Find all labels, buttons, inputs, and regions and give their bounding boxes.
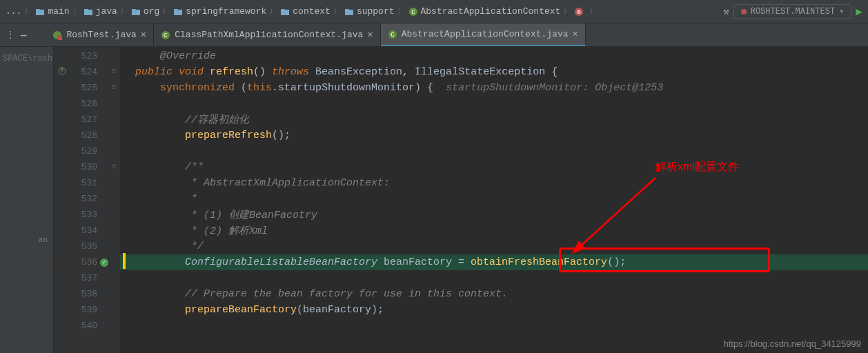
code-token: (beanFactory);: [297, 304, 384, 316]
code-token: throws: [272, 66, 315, 78]
code-token: * AbstractXmlApplicationContext:: [185, 177, 390, 189]
code-line[interactable]: ConfigurableListableBeanFactory beanFact…: [110, 254, 868, 270]
code-line[interactable]: public void refresh() throws BeansExcept…: [110, 64, 868, 80]
tab-label: RoshTest.java: [66, 30, 136, 40]
code-line[interactable]: * (1) 创建BeanFacotry: [110, 207, 868, 223]
code-line[interactable]: [110, 270, 868, 286]
breadcrumb-item[interactable]: main: [35, 6, 69, 17]
code-token: prepareBeanFactory: [185, 304, 297, 316]
code-line[interactable]: */: [110, 239, 868, 254]
editor-tab[interactable]: RoshTest.java×: [46, 23, 154, 46]
breadcrumb-label: org: [144, 6, 159, 17]
folder-icon: [35, 7, 45, 17]
breadcrumb-item[interactable]: java: [83, 6, 117, 17]
fold-handle-icon[interactable]: ⊟: [112, 67, 116, 75]
close-icon[interactable]: ×: [573, 29, 578, 40]
more-icon[interactable]: ⋮: [6, 29, 15, 41]
run-config-selector[interactable]: ROSHTEST.MAINTEST ▾: [733, 4, 852, 19]
editor-code-area[interactable]: ⊟⊟⊟ 解析xml配置文件 @Override public void refr…: [110, 47, 868, 353]
gutter-line[interactable]: 533: [54, 207, 110, 223]
gutter-line[interactable]: 526: [54, 96, 110, 112]
code-token: [123, 130, 185, 141]
breadcrumb-item[interactable]: org: [131, 6, 159, 17]
code-token: [123, 304, 185, 316]
code-token: @Override: [123, 50, 216, 62]
gutter-line[interactable]: 536✓: [54, 254, 110, 270]
breadcrumb-sep: 〉: [24, 6, 32, 17]
code-line[interactable]: prepareBeanFactory(beanFactory);: [110, 302, 868, 318]
gutter-line[interactable]: 523: [54, 48, 110, 64]
breadcrumb-item[interactable]: springframework: [173, 6, 266, 17]
gutter-line[interactable]: 538: [54, 286, 110, 302]
gutter-line[interactable]: 532: [54, 191, 110, 207]
watermark: https://blog.csdn.net/qq_34125999: [724, 339, 862, 349]
fold-handle-icon[interactable]: ⊟: [112, 162, 116, 170]
code-line[interactable]: synchronized (this.startupShutdownMonito…: [110, 80, 868, 96]
code-token: (: [241, 82, 247, 94]
code-token: [123, 114, 185, 125]
code-token: * (2) 解析Xml: [185, 224, 268, 237]
code-line[interactable]: //容器初始化: [110, 112, 868, 128]
breadcrumb-item[interactable]: context: [280, 6, 331, 17]
collapse-icon[interactable]: —: [21, 30, 26, 41]
code-line[interactable]: * AbstractXmlApplicationContext:: [110, 175, 868, 191]
chevron-right-icon: 〉: [333, 6, 342, 17]
gutter-line[interactable]: 540: [54, 318, 110, 334]
breadcrumb: ... 〉 main〉java〉org〉springframework〉cont…: [6, 6, 723, 17]
project-fragment-2: an: [3, 236, 50, 244]
code-token: [123, 177, 185, 189]
code-line[interactable]: [110, 318, 868, 334]
code-token: [123, 66, 135, 78]
code-token: public void: [135, 66, 210, 78]
code-token: ();: [272, 130, 290, 141]
close-icon[interactable]: ×: [367, 30, 373, 41]
breakpoint-check-icon[interactable]: ✓: [100, 259, 108, 267]
code-line[interactable]: /**: [110, 159, 868, 175]
hammer-icon[interactable]: ⚒: [723, 6, 729, 17]
breadcrumb-item[interactable]: CAbstractApplicationContext: [408, 6, 561, 17]
gutter-line[interactable]: 534: [54, 223, 110, 239]
breadcrumb-item[interactable]: m: [574, 7, 586, 17]
gutter-line[interactable]: 529: [54, 143, 110, 159]
gutter-line[interactable]: 530: [54, 159, 110, 175]
gutter-line[interactable]: 537: [54, 270, 110, 286]
gutter-line[interactable]: 535: [54, 239, 110, 254]
folder-icon: [344, 7, 354, 17]
run-button[interactable]: ▶: [856, 5, 862, 19]
gutter-line[interactable]: 528: [54, 128, 110, 143]
code-line[interactable]: prepareRefresh();: [110, 128, 868, 143]
code-token: */: [185, 241, 204, 252]
code-token: ConfigurableListableBeanFactory: [185, 256, 377, 268]
gutter-line[interactable]: 531: [54, 175, 110, 191]
java-class-icon: C: [388, 30, 397, 39]
code-token: [123, 288, 185, 300]
editor-tab[interactable]: CAbstractApplicationContext.java×: [381, 23, 586, 46]
code-line[interactable]: *: [110, 191, 868, 207]
top-toolbar: ... 〉 main〉java〉org〉springframework〉cont…: [0, 0, 868, 23]
code-token: *: [185, 193, 197, 205]
code-token: [123, 256, 185, 268]
code-line[interactable]: // Prepare the bean factory for use in t…: [110, 286, 868, 302]
code-line[interactable]: @Override: [110, 48, 868, 64]
code-token: [123, 225, 185, 236]
svg-text:C: C: [164, 32, 168, 39]
gutter-line[interactable]: 524: [54, 64, 110, 80]
breadcrumb-item[interactable]: support: [344, 6, 395, 17]
gutter-line[interactable]: 525: [54, 80, 110, 96]
editor-tab[interactable]: CClassPathXmlApplicationContext.java×: [154, 23, 380, 46]
gutter-line[interactable]: 527: [54, 112, 110, 128]
code-line[interactable]: * (2) 解析Xml: [110, 223, 868, 239]
code-line[interactable]: [110, 96, 868, 112]
code-token: [123, 161, 185, 173]
code-line[interactable]: [110, 143, 868, 159]
code-token: .startupShutdownMonitor) {: [272, 82, 446, 94]
gutter-line[interactable]: 539: [54, 302, 110, 318]
override-icon[interactable]: [58, 67, 66, 77]
code-token: obtainFreshBeanFactory: [471, 256, 607, 268]
code-token: [123, 82, 160, 94]
fold-handle-icon[interactable]: ⊟: [112, 83, 116, 91]
chevron-down-icon: ▾: [839, 6, 844, 17]
close-icon[interactable]: ×: [141, 30, 146, 41]
code-token: refresh: [210, 66, 253, 78]
chevron-right-icon: 〉: [589, 6, 598, 17]
